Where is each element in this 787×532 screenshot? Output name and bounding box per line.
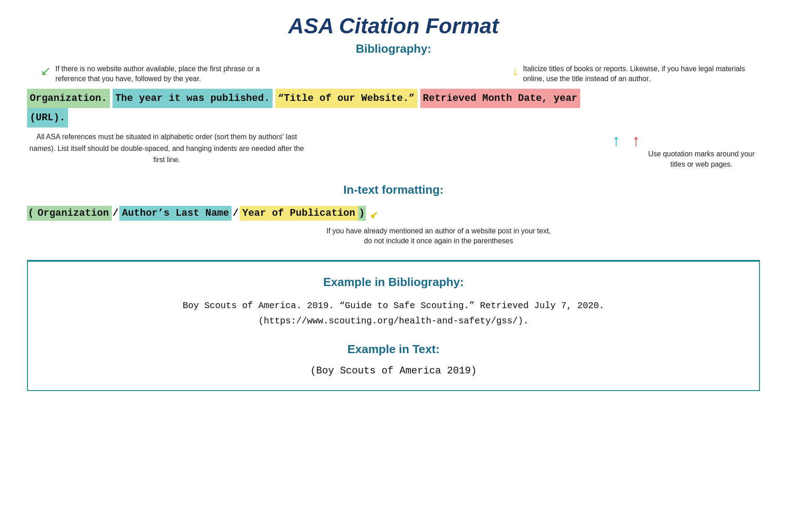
intext-format-bar: ( Organization / Author’s Last Name / Ye… — [27, 205, 760, 222]
red-arrow-icon: ↑ — [632, 131, 640, 150]
right-annotation-text: Italicize titles of books or reports. Li… — [523, 64, 746, 84]
intext-last-name: Author’s Last Name — [119, 206, 232, 221]
cite-organization: Organization. — [27, 89, 110, 108]
lower-right-annotation: ↑ ↑ Use quotation marks around your titl… — [612, 131, 760, 169]
lower-left-annotation: All ASA references must be situated in a… — [27, 131, 306, 166]
green-arrow-icon: ↙ — [41, 62, 51, 80]
intext-open-paren: ( — [27, 206, 35, 221]
yellow-arrow-icon: ↓ — [512, 62, 519, 80]
example-bib-content: Boy Scouts of America. 2019. “Guide to S… — [55, 298, 732, 329]
example-bib-title: Example in Bibliography: — [55, 275, 732, 289]
cite-title: “Title of our Website.” — [275, 89, 418, 108]
intext-organization: Organization — [35, 206, 111, 221]
example-text-title: Example in Text: — [55, 342, 732, 356]
intext-section-title: In-text formatting: — [27, 183, 760, 197]
example-box: Example in Bibliography: Boy Scouts of A… — [27, 261, 760, 391]
intext-annotation: If you have already mentioned an author … — [27, 226, 760, 246]
cyan-arrow-icon: ↑ — [612, 131, 620, 150]
intext-slash1: / — [112, 206, 119, 221]
yellow-curved-arrow-icon: ↙ — [370, 205, 378, 222]
example-bib-line1: Boy Scouts of America. 2019. “Guide to S… — [55, 298, 732, 314]
bibliography-section-title: Bibliography: — [27, 42, 760, 56]
intext-section: In-text formatting: ( Organization / Aut… — [27, 183, 760, 246]
intext-close-paren: ) — [358, 206, 366, 221]
example-intext-content: (Boy Scouts of America 2019) — [55, 365, 732, 377]
lower-right-annotation-text: Use quotation marks around your titles o… — [643, 149, 760, 169]
intext-year: Year of Publication — [240, 206, 358, 221]
left-annotation-text: If there is no website author available,… — [55, 64, 275, 84]
citation-format-bar: Organization. The year it was published.… — [27, 89, 760, 108]
lower-annotations: All ASA references must be situated in a… — [27, 131, 760, 169]
main-title: ASA Citation Format — [27, 14, 760, 38]
top-annotations: ↙ If there is no website author availabl… — [27, 64, 760, 84]
example-bib-line2: (https://www.scouting.org/health-and-saf… — [55, 314, 732, 329]
cite-year: The year it was published. — [113, 89, 273, 108]
intext-annotation-text: If you have already mentioned an author … — [326, 226, 551, 246]
left-annotation: ↙ If there is no website author availabl… — [41, 64, 275, 84]
cite-retrieved: Retrieved Month Date, year — [420, 89, 580, 108]
cite-url: (URL). — [27, 108, 68, 127]
citation-url-line: (URL). — [27, 108, 760, 127]
right-annotation: ↓ Italicize titles of books or reports. … — [512, 64, 746, 84]
intext-slash2: / — [232, 206, 239, 221]
bibliography-section: Bibliography: ↙ If there is no website a… — [27, 42, 760, 169]
